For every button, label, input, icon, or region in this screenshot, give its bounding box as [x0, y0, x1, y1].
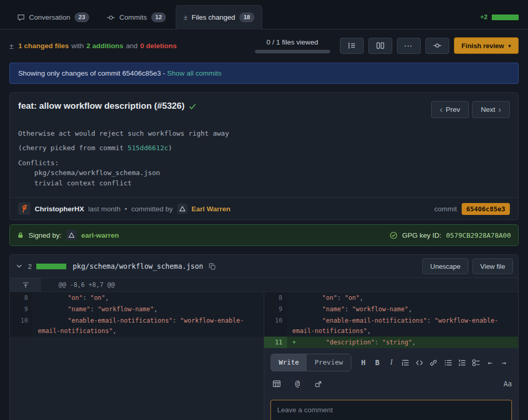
- expand-up-icon: [22, 282, 29, 288]
- line-number-left[interactable]: 9: [10, 303, 33, 315]
- files-viewed-progress: 0 / 1 files viewed: [255, 38, 330, 53]
- diff-icon: ±: [183, 13, 187, 21]
- tab-commits[interactable]: Commits 12: [99, 5, 174, 29]
- mention-icon[interactable]: @: [291, 378, 304, 390]
- cherry-pick-sha-link[interactable]: 515dd6612c: [127, 144, 168, 152]
- write-tab[interactable]: Write: [271, 354, 307, 371]
- cherry-prefix: (cherry picked from commit: [18, 144, 127, 152]
- next-commit-button[interactable]: Next ›: [472, 101, 510, 118]
- line-number-right[interactable]: 10: [264, 315, 287, 337]
- line-number-right[interactable]: 9: [264, 303, 287, 315]
- author-name[interactable]: ChristopherHX: [35, 205, 84, 213]
- chevron-right-icon: ›: [498, 105, 501, 114]
- files-changed-count-badge: 18: [239, 12, 254, 22]
- expand-hunk-button[interactable]: [10, 278, 41, 292]
- diff-code-line: "on": "on",: [287, 292, 518, 303]
- finish-review-button[interactable]: Finish review ▾: [454, 37, 519, 54]
- diffstat-added-count: +2: [480, 13, 488, 21]
- finish-review-label: Finish review: [462, 42, 504, 50]
- prev-commit-button[interactable]: ‹ Prev: [431, 101, 469, 118]
- bullet-list-icon[interactable]: [441, 356, 454, 369]
- commit-sha-badge[interactable]: 65406c85e3: [462, 203, 510, 215]
- verified-check-icon: [390, 231, 397, 239]
- signed-commit-banner: Signed by: earl-warren GPG key ID: 0579C…: [9, 224, 519, 246]
- commit-sha-info: commit 65406c85e3: [434, 203, 510, 215]
- reference-icon[interactable]: [312, 378, 324, 390]
- show-all-commits-link[interactable]: Show all commits: [167, 69, 221, 77]
- tab-conversation-label: Conversation: [29, 13, 70, 21]
- committer-avatar[interactable]: [177, 204, 188, 214]
- cherry-suffix: ): [168, 144, 173, 152]
- preview-tab[interactable]: Preview: [307, 354, 351, 371]
- bold-icon[interactable]: B: [371, 356, 383, 369]
- signer-avatar[interactable]: [66, 230, 77, 240]
- signed-by-label: Signed by:: [28, 231, 62, 239]
- pr-diffstat: +2: [480, 13, 519, 21]
- ellipsis-icon: ···: [405, 42, 413, 50]
- committer-name[interactable]: Earl Warren: [192, 205, 231, 213]
- lock-icon: [17, 231, 24, 239]
- next-label: Next: [481, 106, 495, 113]
- commit-icon: [107, 13, 115, 22]
- files-viewed-label: 0 / 1 files viewed: [266, 38, 318, 46]
- text-style-toggle[interactable]: Aa: [504, 379, 512, 389]
- tab-files-changed[interactable]: ± Files changed 18: [176, 5, 262, 30]
- conversation-icon: [17, 13, 25, 21]
- view-file-button[interactable]: View file: [473, 258, 513, 274]
- diff-toolbar: ± 1 changed files with 2 additions and 0…: [0, 30, 528, 61]
- outdent-icon[interactable]: ←: [484, 356, 496, 369]
- commit-cherry-pick-line: (cherry picked from commit 515dd6612c): [18, 143, 510, 153]
- file-diff-header: 2 pkg/schema/workflow_schema.json Unesca…: [10, 255, 518, 278]
- line-number-right[interactable]: 11: [264, 337, 287, 348]
- pr-tabbar: Conversation 23 Commits 12 ± Files chang…: [0, 0, 528, 30]
- signer-username-link[interactable]: earl-warren: [81, 231, 119, 239]
- unescape-button[interactable]: Unescape: [422, 258, 468, 274]
- deletions-text: 0 deletions: [140, 42, 177, 50]
- file-diffstat-bar: [36, 264, 66, 269]
- table-icon[interactable]: [270, 378, 283, 390]
- caret-down-icon: ▾: [508, 43, 511, 49]
- tab-conversation[interactable]: Conversation 23: [9, 5, 97, 29]
- commit-title-text: feat: allow workflow description (#5326): [18, 101, 184, 111]
- line-number-left[interactable]: 8: [10, 292, 33, 303]
- comment-textarea[interactable]: [270, 400, 512, 420]
- markdown-buttons: H B I: [355, 356, 512, 369]
- diff-code-line: "name": "workflow-name",: [33, 303, 264, 315]
- commit-message-line: Otherwise act would reject such workflow…: [18, 129, 510, 139]
- commit-message-body: Otherwise act would reject such workflow…: [10, 119, 518, 197]
- diff-code-line: "enable-email-notifications": "workflow-…: [33, 315, 264, 337]
- commit-nav: ‹ Prev Next ›: [431, 101, 510, 118]
- diff-view-toggle-button[interactable]: [368, 38, 392, 54]
- diff-code-line: "enable-email-notifications": "workflow-…: [287, 315, 518, 337]
- diffstat-bar: [492, 15, 519, 20]
- numbered-list-icon[interactable]: [455, 356, 468, 369]
- commit-conflicts-block: Conflicts: pkg/schema/workflow_schema.js…: [18, 158, 510, 189]
- hunk-header-text: @@ -8,6 +8,7 @@: [41, 278, 115, 292]
- additions-text: 2 additions: [87, 42, 123, 50]
- italic-icon[interactable]: I: [385, 356, 397, 369]
- commit-icon: [433, 41, 441, 50]
- heading-icon[interactable]: H: [357, 356, 369, 369]
- commit-title: feat: allow workflow description (#5326): [18, 101, 196, 111]
- commit-select-button[interactable]: [425, 38, 449, 54]
- ci-success-check-icon[interactable]: [189, 103, 196, 110]
- line-number-right[interactable]: 8: [264, 292, 287, 303]
- code-icon[interactable]: [413, 356, 426, 369]
- task-list-icon[interactable]: [469, 356, 482, 369]
- copy-filename-icon[interactable]: [208, 262, 217, 271]
- collapse-file-chevron-icon[interactable]: [15, 262, 23, 270]
- quote-icon[interactable]: [399, 356, 412, 369]
- signed-by-info: Signed by: earl-warren: [17, 230, 119, 240]
- link-icon[interactable]: [427, 356, 440, 369]
- file-name[interactable]: pkg/schema/workflow_schema.json: [73, 262, 203, 270]
- file-change-count: 2: [28, 263, 32, 270]
- diff-options-button[interactable]: ···: [397, 38, 421, 54]
- chevron-left-icon: ‹: [440, 105, 443, 114]
- indent-icon[interactable]: →: [498, 356, 510, 369]
- line-number-left[interactable]: 10: [10, 315, 33, 337]
- diff-summary: ± 1 changed files with 2 additions and 0…: [9, 41, 177, 50]
- author-avatar[interactable]: [18, 202, 31, 215]
- changed-files-text[interactable]: 1 changed files: [18, 42, 69, 50]
- gpg-key-label: GPG key ID:: [402, 231, 441, 239]
- file-tree-toggle-button[interactable]: [340, 38, 364, 54]
